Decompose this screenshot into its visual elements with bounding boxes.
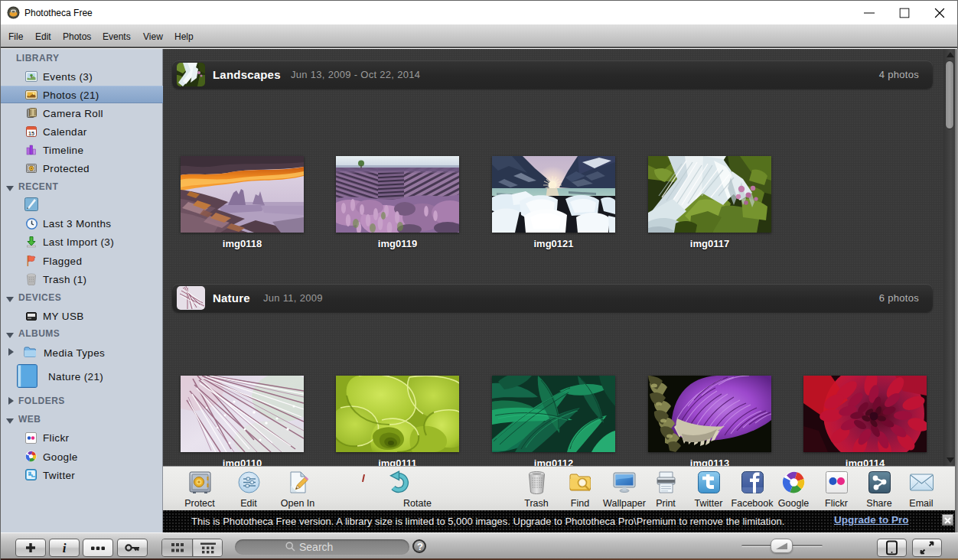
svg-text:15: 15 <box>28 131 34 136</box>
svg-text:i: i <box>63 541 67 555</box>
